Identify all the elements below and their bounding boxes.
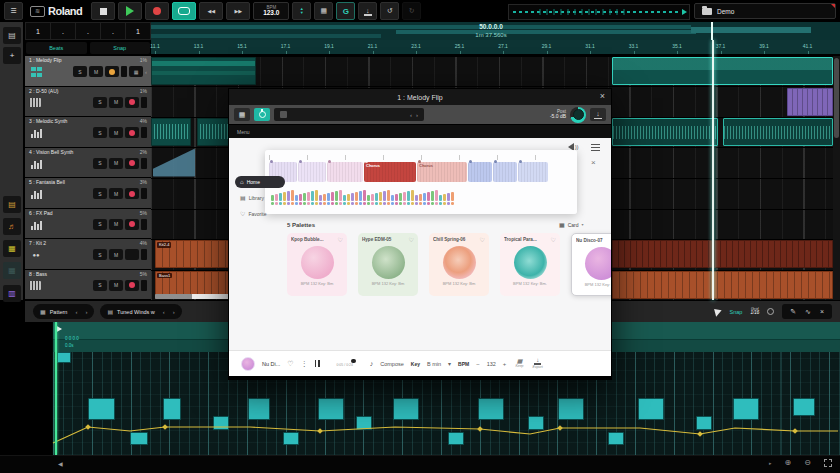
favorite-heart-icon[interactable]: ♡ — [287, 360, 293, 368]
beats-mode-button[interactable]: Beats — [26, 42, 87, 54]
groove-button[interactable]: G — [336, 2, 355, 20]
automation-tool-icon[interactable]: ∿ — [805, 308, 811, 316]
arrangement-clip[interactable] — [787, 88, 833, 116]
nav-item-library[interactable]: ▤ Library — [235, 192, 285, 204]
instrument-prev-button[interactable]: ‹ — [163, 309, 165, 315]
track-row[interactable]: 4 : Vision Bell Synth 2% S M — [25, 148, 151, 178]
palette-card[interactable]: Hype EDM-05 ♡ BPM 132 Key: Bm — [358, 233, 418, 296]
record-arm-button[interactable] — [105, 66, 119, 77]
arrangement-clip[interactable] — [723, 118, 833, 146]
mute-button[interactable]: M — [109, 249, 123, 260]
export-palette-button[interactable]: ↓ Export — [533, 358, 543, 369]
editor-close-button[interactable]: × — [820, 308, 824, 315]
solo-button[interactable]: S — [93, 219, 107, 230]
solo-button[interactable]: S — [93, 188, 107, 199]
record-arm-button[interactable] — [125, 219, 139, 230]
zoom-fit-button[interactable] — [824, 459, 832, 467]
mini-play-icon[interactable]: ▸ — [769, 461, 772, 466]
metronome-grid-button[interactable]: ▦ — [314, 2, 333, 20]
preset-selector[interactable]: ‹ › — [274, 108, 424, 121]
song-structure-overlay[interactable]: Chorus Chorus — [265, 150, 577, 214]
card-heart-icon[interactable]: ♡ — [338, 236, 343, 243]
plugin-save-button[interactable]: ↓ — [590, 108, 606, 121]
keep-button[interactable]: ▦ Keep — [515, 358, 523, 369]
solo-button[interactable]: S — [93, 158, 107, 169]
mute-button[interactable]: M — [109, 188, 123, 199]
pads-icon[interactable]: ▦ — [3, 240, 21, 257]
rewind-button[interactable]: ◀◀ — [199, 2, 223, 20]
palette-card[interactable]: Tropical Para... ♡ BPM 132 Key: Bm. — [500, 233, 560, 296]
editor-snap-toggle[interactable]: Snap — [730, 309, 743, 315]
arrangement-clip[interactable] — [612, 57, 833, 85]
card-heart-icon[interactable]: ♡ — [480, 236, 485, 243]
solo-button[interactable]: S — [93, 249, 107, 260]
view-selector[interactable]: ▦ Card ▾ — [559, 221, 584, 228]
piano-roll-playhead[interactable] — [55, 322, 57, 455]
nav-item-favorite[interactable]: ♡ Favorite — [235, 208, 285, 220]
nav-item-home[interactable]: ⌂ Home — [235, 176, 285, 188]
collapse-chevron[interactable]: ‹ — [145, 69, 147, 75]
arrangement-clip[interactable] — [153, 149, 195, 177]
track-row[interactable]: 2 : D-50 (AU) 1% S M — [25, 87, 151, 117]
arrangement-clip[interactable] — [151, 57, 256, 85]
solo-button[interactable]: S — [93, 97, 107, 108]
record-arm-button[interactable] — [125, 188, 139, 199]
solo-button[interactable]: S — [93, 280, 107, 291]
grid-setting[interactable]: Grid 1/16 — [750, 307, 759, 316]
instrument-next-button[interactable]: › — [173, 309, 175, 315]
preset-next-button[interactable]: › — [416, 112, 418, 118]
plugin-menu-icon[interactable] — [591, 144, 600, 152]
record-arm-button[interactable] — [125, 249, 139, 260]
track-row[interactable]: 6 : FX Pad 5% S M — [25, 209, 151, 239]
plugin-grid-button[interactable]: ▦ — [234, 108, 250, 121]
gain-knob[interactable] — [570, 107, 586, 123]
overlay-close-button[interactable]: × — [591, 158, 596, 167]
stop-button[interactable] — [91, 2, 115, 20]
mute-button[interactable]: M — [109, 280, 123, 291]
palette-card[interactable]: Kpop Bubble... ♡ BPM 132 Key: Bm — [287, 233, 347, 296]
track-row[interactable]: 8 : Bass 5% S M — [25, 270, 151, 300]
demo-project-button[interactable]: Demo — [694, 3, 836, 19]
preset-prev-button[interactable]: ‹ — [410, 112, 412, 118]
key-chevron-icon[interactable]: ▾ — [448, 360, 451, 367]
play-button[interactable] — [118, 2, 142, 20]
export-button[interactable]: ↓ — [358, 2, 377, 20]
arrangement-clip[interactable] — [612, 118, 718, 146]
pattern-selector[interactable]: ▦ Pattern ‹ › — [33, 304, 94, 319]
pattern-next-button[interactable]: › — [85, 309, 87, 315]
arrangement-clip[interactable] — [612, 240, 833, 268]
forward-button[interactable]: ▶▶ — [226, 2, 250, 20]
pattern-grid-button[interactable]: ▦ — [129, 66, 143, 77]
song-overview-strip[interactable]: 50.0.0.0 1m 37.560s — [151, 22, 840, 40]
instrument-selector[interactable]: ▤ Tuned Winds w ‹ › — [100, 304, 181, 319]
cursor-tool-icon[interactable] — [714, 307, 723, 317]
mute-button[interactable]: M — [109, 97, 123, 108]
record-arm-button[interactable] — [125, 280, 139, 291]
track-row[interactable]: 1 : Melody Flip 1% S M ▦‹ — [25, 56, 151, 86]
solo-button[interactable]: S — [93, 127, 107, 138]
snap-mode-button[interactable]: Snap — [90, 42, 151, 54]
mute-button[interactable]: M — [109, 127, 123, 138]
card-heart-icon[interactable]: ♡ — [551, 236, 556, 243]
mute-button[interactable]: M — [109, 219, 123, 230]
dialog-titlebar[interactable]: 1 : Melody Flip × — [229, 89, 611, 105]
key-value[interactable]: B min — [427, 361, 441, 367]
bpm-plus-button[interactable]: + — [503, 361, 507, 367]
record-button[interactable] — [145, 2, 169, 20]
palette-thumbnail[interactable] — [241, 357, 255, 371]
undo-button[interactable]: ↺ — [380, 2, 399, 20]
redo-button[interactable]: ↻ — [402, 2, 421, 20]
song-section[interactable] — [327, 162, 363, 182]
track-row[interactable]: 5 : Fantasia Bell 3% S M — [25, 178, 151, 208]
track-row[interactable]: 3 : Melodic Synth 4% S M — [25, 117, 151, 147]
more-options-icon[interactable]: ⋮ — [301, 360, 308, 368]
song-section[interactable] — [468, 162, 492, 182]
pause-button[interactable] — [315, 360, 320, 367]
mute-button[interactable]: M — [89, 66, 103, 77]
arrangement-scrollbar[interactable] — [833, 56, 840, 300]
chords-icon[interactable]: ▥ — [3, 285, 21, 302]
arrangement-playhead[interactable] — [712, 40, 714, 300]
record-arm-button[interactable] — [125, 127, 139, 138]
arrangement-clip[interactable] — [151, 118, 191, 146]
song-section[interactable] — [493, 162, 517, 182]
